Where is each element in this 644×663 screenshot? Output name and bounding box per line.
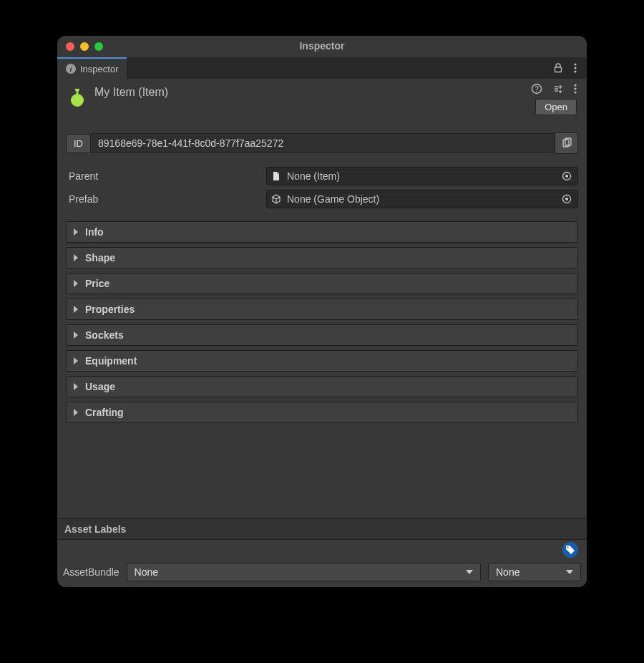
asset-bundle-label: AssetBundle bbox=[63, 566, 119, 578]
close-window-button[interactable] bbox=[66, 42, 74, 51]
preset-icon[interactable] bbox=[552, 83, 564, 95]
tabbar: i Inspector bbox=[57, 57, 587, 79]
svg-point-2 bbox=[574, 67, 576, 69]
parent-label: Parent bbox=[66, 170, 266, 182]
svg-point-10 bbox=[574, 87, 576, 89]
id-row: ID 89168e69-78e1-441f-8c0d-877f7aa25272 bbox=[66, 132, 578, 154]
asset-bundle-row: AssetBundle None None bbox=[57, 560, 587, 587]
asset-bundle-variant-dropdown[interactable]: None bbox=[488, 563, 581, 581]
triangle-right-icon bbox=[74, 280, 78, 287]
foldout-crafting[interactable]: Crafting bbox=[66, 402, 578, 423]
prefab-field-row: Prefab None (Game Object) bbox=[66, 190, 578, 208]
tabbar-actions bbox=[542, 57, 587, 79]
help-icon[interactable]: ? bbox=[531, 83, 542, 95]
tag-icon bbox=[565, 545, 575, 555]
parent-value: None (Item) bbox=[287, 170, 340, 182]
foldout-label: Crafting bbox=[85, 407, 124, 418]
triangle-right-icon bbox=[74, 228, 78, 236]
item-thumbnail-icon[interactable] bbox=[67, 87, 87, 107]
titlebar: Inspector bbox=[57, 36, 587, 57]
asset-labels-area bbox=[57, 540, 587, 560]
triangle-right-icon bbox=[74, 383, 78, 390]
window-title: Inspector bbox=[57, 40, 587, 52]
svg-rect-5 bbox=[77, 91, 79, 94]
parent-field-row: Parent None (Item) bbox=[66, 167, 578, 185]
object-picker-button[interactable] bbox=[560, 193, 573, 205]
svg-point-15 bbox=[565, 175, 568, 178]
chevron-down-icon bbox=[566, 570, 573, 574]
triangle-right-icon bbox=[74, 254, 78, 261]
foldout-usage[interactable]: Usage bbox=[66, 376, 578, 397]
foldout-label: Info bbox=[85, 226, 104, 238]
svg-rect-4 bbox=[75, 89, 79, 91]
header: My Item (Item) ? Open bbox=[57, 79, 587, 120]
svg-text:?: ? bbox=[535, 85, 539, 93]
triangle-right-icon bbox=[74, 332, 78, 339]
object-title: My Item (Item) bbox=[94, 86, 168, 99]
bundle-variant-value: None bbox=[496, 566, 519, 578]
svg-point-11 bbox=[574, 91, 576, 93]
asset-bundle-name-dropdown[interactable]: None bbox=[127, 563, 481, 581]
id-label: ID bbox=[66, 134, 91, 153]
prefab-object-field[interactable]: None (Game Object) bbox=[266, 190, 578, 208]
bundle-name-value: None bbox=[135, 566, 158, 578]
footer: Asset Labels AssetBundle None None bbox=[57, 518, 587, 587]
component-menu-icon[interactable] bbox=[574, 83, 577, 95]
triangle-right-icon bbox=[74, 306, 78, 313]
id-value-field[interactable]: 89168e69-78e1-441f-8c0d-877f7aa25272 bbox=[91, 133, 555, 153]
foldout-shape[interactable]: Shape bbox=[66, 247, 578, 268]
prefab-value: None (Game Object) bbox=[287, 193, 379, 205]
parent-object-field[interactable]: None (Item) bbox=[266, 167, 578, 185]
tab-inspector[interactable]: i Inspector bbox=[57, 57, 127, 79]
foldout-properties[interactable]: Properties bbox=[66, 299, 578, 320]
tab-label: Inspector bbox=[80, 64, 118, 74]
foldout-label: Sockets bbox=[85, 329, 124, 341]
svg-point-9 bbox=[574, 84, 576, 86]
zoom-window-button[interactable] bbox=[94, 42, 103, 51]
foldout-sockets[interactable]: Sockets bbox=[66, 324, 578, 346]
copy-icon bbox=[561, 137, 572, 149]
foldout-equipment[interactable]: Equipment bbox=[66, 350, 578, 372]
cube-icon bbox=[271, 194, 281, 204]
info-icon: i bbox=[66, 64, 76, 74]
triangle-right-icon bbox=[74, 357, 78, 364]
foldout-info[interactable]: Info bbox=[66, 221, 578, 243]
svg-point-6 bbox=[71, 94, 84, 107]
foldout-label: Usage bbox=[85, 381, 115, 392]
lock-icon[interactable] bbox=[552, 62, 564, 74]
svg-rect-0 bbox=[555, 67, 562, 72]
file-icon bbox=[271, 171, 281, 181]
foldouts-list: InfoShapePricePropertiesSocketsEquipment… bbox=[66, 221, 578, 423]
chevron-down-icon bbox=[466, 570, 473, 574]
body: ID 89168e69-78e1-441f-8c0d-877f7aa25272 … bbox=[57, 120, 587, 518]
svg-point-17 bbox=[565, 198, 568, 200]
foldout-label: Price bbox=[85, 278, 109, 289]
add-label-button[interactable] bbox=[562, 542, 578, 558]
object-picker-button[interactable] bbox=[560, 170, 573, 183]
asset-labels-header: Asset Labels bbox=[57, 518, 587, 540]
svg-point-18 bbox=[567, 546, 568, 548]
foldout-price[interactable]: Price bbox=[66, 273, 578, 294]
triangle-right-icon bbox=[74, 409, 78, 416]
traffic-lights bbox=[66, 42, 103, 51]
copy-id-button[interactable] bbox=[555, 132, 578, 154]
header-right: ? Open bbox=[531, 83, 577, 115]
prefab-label: Prefab bbox=[66, 193, 266, 205]
minimize-window-button[interactable] bbox=[80, 42, 89, 51]
svg-point-1 bbox=[574, 63, 576, 65]
svg-point-3 bbox=[574, 70, 576, 72]
inspector-window: Inspector i Inspector My Item (Item) bbox=[57, 36, 587, 587]
foldout-label: Shape bbox=[85, 252, 115, 263]
foldout-label: Properties bbox=[85, 304, 135, 315]
tab-menu-icon[interactable] bbox=[574, 62, 577, 74]
foldout-label: Equipment bbox=[85, 355, 137, 367]
open-button[interactable]: Open bbox=[535, 99, 577, 115]
